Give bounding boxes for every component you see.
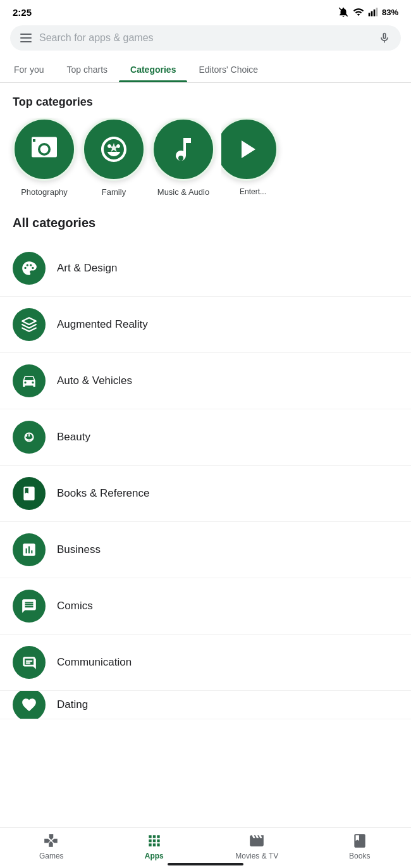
tabs-bar: For you Top charts Categories Editors' C… xyxy=(0,57,411,83)
category-comics[interactable]: Comics xyxy=(0,578,411,635)
content-area: Top categories Photography xyxy=(0,83,411,776)
comics-label: Comics xyxy=(57,600,93,612)
all-categories-title: All categories xyxy=(0,209,411,240)
tab-editors-choice[interactable]: Editors' Choice xyxy=(187,57,269,82)
family-circle xyxy=(82,118,145,181)
business-label: Business xyxy=(57,543,101,556)
car-icon-circle xyxy=(13,364,46,397)
top-category-family[interactable]: Family xyxy=(82,118,145,197)
beauty-icon xyxy=(21,429,37,445)
mic-icon[interactable] xyxy=(378,32,391,44)
communication-label: Communication xyxy=(57,656,132,669)
category-art-design[interactable]: Art & Design xyxy=(0,240,411,297)
status-icons: 83% xyxy=(338,6,398,18)
svg-rect-3 xyxy=(374,9,376,16)
category-business[interactable]: Business xyxy=(0,522,411,578)
search-placeholder: Search for apps & games xyxy=(39,32,371,44)
books-icon-circle xyxy=(13,477,46,510)
entertainment-icon xyxy=(231,134,262,164)
category-books-reference[interactable]: Books & Reference xyxy=(0,466,411,522)
family-label: Family xyxy=(102,187,126,197)
apps-nav-icon xyxy=(146,833,163,849)
apps-nav-label: Apps xyxy=(145,852,164,860)
car-icon xyxy=(21,373,37,389)
svg-rect-2 xyxy=(371,11,373,16)
category-dating[interactable]: Dating xyxy=(0,691,411,719)
top-category-photography[interactable]: Photography xyxy=(13,118,76,197)
games-nav-label: Games xyxy=(39,852,64,860)
svg-point-8 xyxy=(25,435,27,437)
auto-vehicles-label: Auto & Vehicles xyxy=(57,375,132,387)
books-nav-icon xyxy=(352,833,368,849)
star-face-icon xyxy=(99,134,129,164)
tab-top-charts[interactable]: Top charts xyxy=(55,57,119,82)
category-list: Art & Design Augmented Reality Auto & Ve… xyxy=(0,240,411,719)
comics-icon xyxy=(21,598,37,614)
communication-icon-circle xyxy=(13,646,46,679)
top-category-entertainment[interactable]: Entert... xyxy=(221,118,285,197)
home-indicator xyxy=(168,863,243,865)
category-beauty[interactable]: Beauty xyxy=(0,409,411,466)
heart-icon xyxy=(21,697,37,713)
svg-rect-10 xyxy=(26,662,31,664)
business-icon-circle xyxy=(13,533,46,566)
art-design-label: Art & Design xyxy=(57,262,117,275)
books-reference-label: Books & Reference xyxy=(57,487,149,500)
photography-circle xyxy=(13,118,76,181)
signal-icon xyxy=(368,6,378,18)
bottom-nav: Games Apps Movies & TV Books xyxy=(0,827,411,868)
dating-icon-circle xyxy=(13,691,46,719)
nav-apps[interactable]: Apps xyxy=(129,833,180,860)
svg-point-5 xyxy=(40,146,48,153)
nav-books[interactable]: Books xyxy=(334,833,385,860)
ar-label: Augmented Reality xyxy=(57,318,148,331)
art-design-icon-circle xyxy=(13,252,46,285)
movies-nav-icon xyxy=(248,833,265,849)
svg-rect-4 xyxy=(376,8,378,16)
camera-icon xyxy=(29,134,59,164)
mute-icon xyxy=(338,6,349,18)
status-bar: 2:25 83% xyxy=(0,0,411,22)
beauty-icon-circle xyxy=(13,421,46,454)
wifi-icon xyxy=(353,6,364,18)
music-circle xyxy=(152,118,215,181)
svg-rect-9 xyxy=(26,660,33,662)
ar-icon-circle xyxy=(13,308,46,341)
games-nav-icon xyxy=(43,833,59,849)
photography-label: Photography xyxy=(21,187,68,197)
book-icon xyxy=(21,485,37,502)
search-bar[interactable]: Search for apps & games xyxy=(10,25,401,51)
tab-for-you[interactable]: For you xyxy=(3,57,55,82)
category-auto-vehicles[interactable]: Auto & Vehicles xyxy=(0,353,411,409)
top-categories-scroll: Photography Family Music & Audio xyxy=(0,118,411,209)
entertainment-circle xyxy=(221,118,278,181)
tab-categories[interactable]: Categories xyxy=(119,57,187,82)
books-nav-label: Books xyxy=(349,852,370,860)
svg-rect-1 xyxy=(369,13,371,16)
top-category-music[interactable]: Music & Audio xyxy=(152,118,215,197)
nav-movies[interactable]: Movies & TV xyxy=(231,833,282,860)
category-augmented-reality[interactable]: Augmented Reality xyxy=(0,297,411,353)
art-icon xyxy=(21,260,37,276)
battery-level: 83% xyxy=(382,8,398,17)
music-icon xyxy=(168,134,199,164)
entertainment-label: Entert... xyxy=(240,187,266,196)
beauty-label: Beauty xyxy=(57,431,90,443)
category-communication[interactable]: Communication xyxy=(0,635,411,691)
movies-nav-label: Movies & TV xyxy=(235,852,278,860)
status-time: 2:25 xyxy=(13,7,32,18)
hamburger-menu[interactable] xyxy=(20,34,32,42)
music-label: Music & Audio xyxy=(157,187,209,197)
nav-games[interactable]: Games xyxy=(26,833,77,860)
communication-icon xyxy=(21,654,37,671)
top-categories-title: Top categories xyxy=(0,83,411,118)
comics-icon-circle xyxy=(13,590,46,623)
ar-icon xyxy=(21,316,37,333)
business-icon xyxy=(21,542,37,558)
dating-label: Dating xyxy=(57,698,88,711)
